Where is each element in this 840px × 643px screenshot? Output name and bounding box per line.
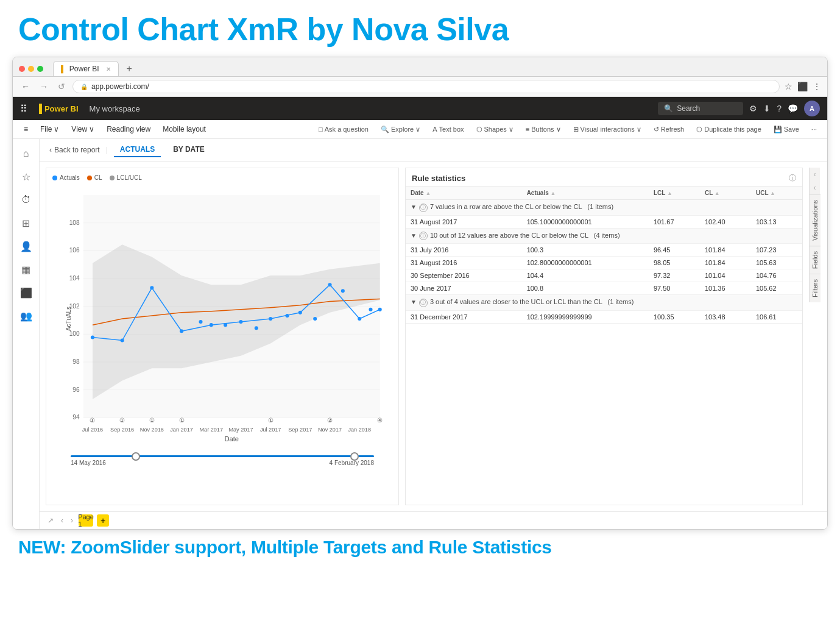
chart-svg: 108 106 104 102 100 98 96 94 Jul 2016 Se… <box>52 185 392 453</box>
profile-icon[interactable]: ⬛ <box>797 82 808 91</box>
more-icon[interactable]: ⋮ <box>813 82 821 91</box>
tab-by-date[interactable]: BY DATE <box>167 143 211 157</box>
pbi-workspace[interactable]: My workspace <box>90 104 140 113</box>
filters-panel-tab[interactable]: Filters <box>810 274 821 302</box>
sidebar-shared[interactable]: 👤 <box>16 236 36 256</box>
date-slider[interactable]: 14 May 2016 4 February 2018 <box>52 455 392 466</box>
lock-icon: 🔒 <box>80 83 88 90</box>
rule-group-row[interactable]: ▼ⓘ3 out of 4 values are closer to the UC… <box>406 295 802 311</box>
add-page-btn[interactable]: + <box>97 514 109 527</box>
rule-expand-icon[interactable]: ▼ <box>411 299 417 305</box>
duplicate-page-btn[interactable]: ⬡ Duplicate this page <box>692 124 766 135</box>
visualizations-panel-tab[interactable]: Visualizations <box>810 194 821 246</box>
sidebar-workspaces[interactable]: ⬛ <box>16 283 36 302</box>
dot-green[interactable] <box>37 66 43 72</box>
svg-text:①: ① <box>90 417 95 424</box>
save-icon: 💾 <box>774 126 782 133</box>
tab-close-btn[interactable]: ✕ <box>106 66 111 73</box>
page-nav-left[interactable]: ‹ <box>59 516 65 525</box>
svg-point-40 <box>313 317 317 321</box>
rule-stats-table: Date ▲ Actuals ▲ LCL ▲ <box>406 187 802 324</box>
textbox-btn[interactable]: A Text box <box>428 124 468 135</box>
pbi-search-bar[interactable]: 🔍 Search <box>658 102 743 115</box>
pbi-bottombar: ↗ ‹ › Page 1 + <box>40 511 827 529</box>
sidebar-apps[interactable]: ⊞ <box>16 213 36 233</box>
fields-panel-tab[interactable]: Fields <box>810 246 821 274</box>
shapes-btn[interactable]: ⬡ Shapes ∨ <box>472 124 518 135</box>
dot-red[interactable] <box>19 66 25 72</box>
rule-stats-panel: Rule statistics ⓘ Date ▲ Actuals <box>405 168 803 505</box>
page-1-btn[interactable]: Page 1 <box>79 514 93 527</box>
y-axis-label: AcTuALs <box>65 307 72 331</box>
new-tab-button[interactable]: + <box>124 63 134 74</box>
rule-expand-icon[interactable]: ▼ <box>411 204 417 210</box>
hamburger-menu[interactable]: ≡ <box>19 123 33 136</box>
svg-point-33 <box>210 323 213 327</box>
rule-expand-icon[interactable]: ▼ <box>411 232 417 239</box>
page-nav-right[interactable]: › <box>69 516 75 525</box>
visual-interactions-btn[interactable]: ⊞ Visual interactions ∨ <box>569 124 646 135</box>
more-actions-btn[interactable]: ··· <box>807 124 821 135</box>
cell-ucl: 105.62 <box>751 282 802 295</box>
browser-tab[interactable]: ▌ Power BI ✕ <box>53 61 119 76</box>
forward-button[interactable]: → <box>37 80 51 93</box>
report-nav: ‹ Back to report | ACTUALS BY DATE <box>40 139 827 162</box>
rule-group-row[interactable]: ▼ⓘ10 out of 12 values are above the CL o… <box>406 228 802 244</box>
menu-view[interactable]: View ∨ <box>66 123 99 136</box>
page-title: Control Chart XmR by Nova Silva <box>0 0 840 54</box>
actuals-label: Actuals <box>60 174 80 181</box>
tab-actuals[interactable]: ACTUALS <box>114 143 161 157</box>
panel-arrow-up[interactable]: ‹ <box>813 168 817 181</box>
user-avatar[interactable]: A <box>804 101 820 116</box>
cell-date: 31 December 2017 <box>406 310 522 323</box>
col-lcl[interactable]: LCL ▲ <box>649 187 700 200</box>
col-actuals[interactable]: Actuals ▲ <box>522 187 649 200</box>
col-ucl[interactable]: UCL ▲ <box>751 187 802 200</box>
slider-thumb-right[interactable] <box>350 452 359 461</box>
col-date[interactable]: Date ▲ <box>406 187 522 200</box>
back-to-report-btn[interactable]: ‹ Back to report <box>49 146 100 154</box>
slider-thumb-left[interactable] <box>132 452 140 461</box>
col-cl[interactable]: CL ▲ <box>700 187 751 200</box>
sidebar-create[interactable]: 👥 <box>16 306 36 325</box>
browser-window: ▌ Power BI ✕ + ← → ↺ 🔒 app.powerbi.com/ … <box>12 57 828 530</box>
menu-file[interactable]: File ∨ <box>35 123 64 136</box>
buttons-label: Buttons <box>531 126 554 133</box>
explore-btn[interactable]: 🔍 Explore ∨ <box>376 124 425 135</box>
legend-cl: CL <box>87 174 102 181</box>
refresh-button[interactable]: ↺ <box>55 80 68 93</box>
svg-text:Sep 2017: Sep 2017 <box>288 427 312 433</box>
pbi-side-panels: ‹ ‹ Visualizations Fields Filters <box>809 168 821 505</box>
address-bar[interactable]: 🔒 app.powerbi.com/ <box>72 80 780 93</box>
page-subtitle: NEW: ZoomSlider support, Multiple Target… <box>0 530 840 565</box>
buttons-btn[interactable]: ≡ Buttons ∨ <box>521 124 565 135</box>
waffle-icon[interactable]: ⠿ <box>20 103 27 115</box>
cell-actuals: 105.10000000000001 <box>522 215 649 228</box>
ask-question-btn[interactable]: □ Ask a question <box>314 124 373 135</box>
rule-stats-info-icon[interactable]: ⓘ <box>789 173 796 183</box>
panel-arrow-down[interactable]: ‹ <box>813 181 817 194</box>
back-button[interactable]: ← <box>19 80 32 93</box>
dot-yellow[interactable] <box>28 66 34 72</box>
page-nav-prev[interactable]: ↗ <box>46 516 55 525</box>
settings-icon[interactable]: ⚙ <box>749 104 757 113</box>
sidebar-home[interactable]: ⌂ <box>16 144 36 163</box>
sidebar-metrics[interactable]: ▦ <box>16 260 36 279</box>
feedback-icon[interactable]: 💬 <box>788 104 798 113</box>
refresh-btn[interactable]: ↺ Refresh <box>649 124 689 135</box>
rule-group-row[interactable]: ▼ⓘ7 values in a row are above the CL or … <box>406 200 802 216</box>
help-icon[interactable]: ? <box>777 104 782 113</box>
pbi-main: ⌂ ☆ ⏱ ⊞ 👤 ▦ ⬛ 👥 ‹ Back to report | ACTUA… <box>13 139 827 529</box>
back-to-report-label: Back to report <box>54 146 100 154</box>
download-icon[interactable]: ⬇ <box>763 104 771 113</box>
sidebar-recent[interactable]: ⏱ <box>16 190 36 210</box>
menu-mobile-layout[interactable]: Mobile layout <box>158 123 211 136</box>
star-icon[interactable]: ☆ <box>785 82 792 91</box>
menu-reading-view[interactable]: Reading view <box>102 123 155 136</box>
refresh-label: Refresh <box>661 126 685 133</box>
shapes-icon: ⬡ <box>476 126 482 133</box>
save-btn[interactable]: 💾 Save <box>769 124 803 135</box>
chart-svg-container: AcTuALs <box>52 185 392 453</box>
sidebar-favorites[interactable]: ☆ <box>16 167 36 187</box>
ask-question-icon: □ <box>319 126 323 133</box>
